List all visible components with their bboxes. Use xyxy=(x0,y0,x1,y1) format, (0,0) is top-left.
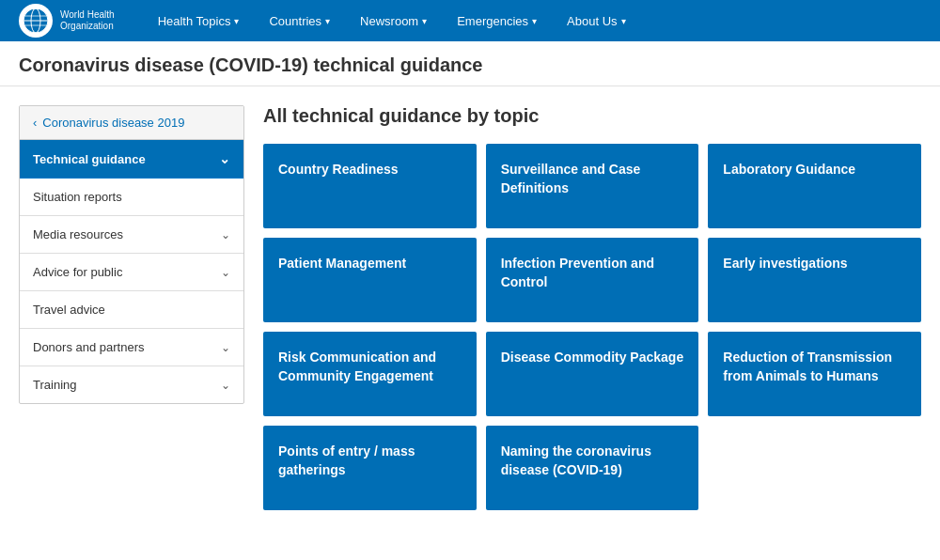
nav-item-emergencies[interactable]: Emergencies ▾ xyxy=(442,0,552,41)
who-logo[interactable]: World Health Organization xyxy=(19,4,115,38)
tiles-grid: Country ReadinessSurveillance and Case D… xyxy=(263,144,921,510)
section-title: All technical guidance by topic xyxy=(263,105,921,127)
nav-item-about[interactable]: About Us ▾ xyxy=(552,0,640,41)
who-logo-text: World Health Organization xyxy=(60,9,115,32)
tile-4[interactable]: Infection Prevention and Control xyxy=(486,238,699,322)
tile-1[interactable]: Surveillance and Case Definitions xyxy=(486,144,699,228)
sidebar-item-donors-partners[interactable]: Donors and partners ⌄ xyxy=(20,329,243,366)
main-nav: World Health Organization Health Topics … xyxy=(0,0,940,41)
sidebar: ‹ Coronavirus disease 2019 Technical gui… xyxy=(19,105,244,404)
tile-0[interactable]: Country Readiness xyxy=(263,144,477,228)
chevron-down-icon: ⌄ xyxy=(221,228,230,241)
tile-2[interactable]: Laboratory Guidance xyxy=(708,144,921,228)
back-arrow-icon: ‹ xyxy=(33,116,37,130)
nav-item-health-topics[interactable]: Health Topics ▾ xyxy=(143,0,255,41)
page-title: Coronavirus disease (COVID-19) technical… xyxy=(19,54,921,76)
chevron-down-icon: ▾ xyxy=(621,16,626,26)
chevron-down-icon: ⌄ xyxy=(221,379,230,392)
chevron-down-icon: ▾ xyxy=(422,16,427,26)
tile-10[interactable]: Naming the coronavirus disease (COVID-19… xyxy=(486,426,699,510)
chevron-down-icon: ▾ xyxy=(234,16,239,26)
nav-menu: Health Topics ▾ Countries ▾ Newsroom ▾ E… xyxy=(143,0,921,41)
sidebar-back-link[interactable]: ‹ Coronavirus disease 2019 xyxy=(20,106,243,140)
chevron-down-icon: ⌄ xyxy=(219,151,230,166)
tile-6[interactable]: Risk Communication and Community Engagem… xyxy=(263,332,477,416)
nav-item-newsroom[interactable]: Newsroom ▾ xyxy=(345,0,442,41)
tile-7[interactable]: Disease Commodity Package xyxy=(486,332,699,416)
sidebar-item-situation-reports[interactable]: Situation reports xyxy=(20,179,243,216)
sidebar-item-media-resources[interactable]: Media resources ⌄ xyxy=(20,216,243,254)
tile-3[interactable]: Patient Management xyxy=(263,238,477,322)
tile-8[interactable]: Reduction of Transmission from Animals t… xyxy=(708,332,921,416)
chevron-down-icon: ▾ xyxy=(532,16,537,26)
main-content: All technical guidance by topic Country … xyxy=(263,105,921,510)
tile-11 xyxy=(708,426,921,510)
main-layout: ‹ Coronavirus disease 2019 Technical gui… xyxy=(0,86,940,529)
tile-9[interactable]: Points of entry / mass gatherings xyxy=(263,426,477,510)
tile-5[interactable]: Early investigations xyxy=(708,238,921,322)
sidebar-item-advice-public[interactable]: Advice for public ⌄ xyxy=(20,254,243,291)
chevron-down-icon: ⌄ xyxy=(221,341,230,354)
chevron-down-icon: ▾ xyxy=(325,16,330,26)
chevron-down-icon: ⌄ xyxy=(221,266,230,279)
nav-item-countries[interactable]: Countries ▾ xyxy=(254,0,345,41)
sidebar-item-training[interactable]: Training ⌄ xyxy=(20,366,243,403)
page-header: Coronavirus disease (COVID-19) technical… xyxy=(0,41,940,86)
who-logo-icon xyxy=(19,4,53,38)
sidebar-active-item[interactable]: Technical guidance ⌄ xyxy=(20,140,243,179)
sidebar-item-travel-advice[interactable]: Travel advice xyxy=(20,291,243,329)
